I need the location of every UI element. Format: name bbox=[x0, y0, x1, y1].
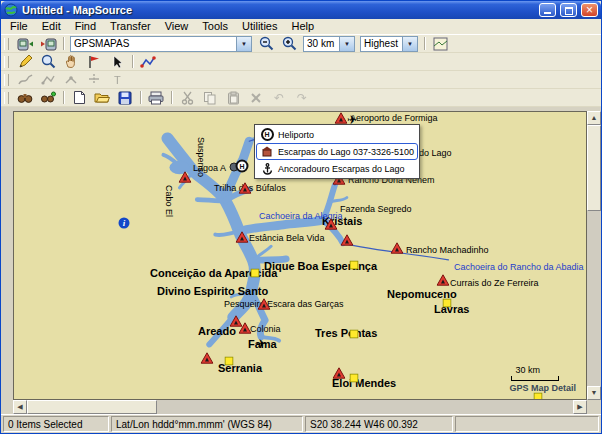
vertical-scrollbar[interactable]: ▲ ▼ bbox=[587, 111, 601, 400]
divide-tool-button[interactable] bbox=[83, 72, 105, 88]
zoom-in-button[interactable] bbox=[278, 36, 300, 52]
map-scale: 30 km GPS Map Detail bbox=[509, 365, 576, 393]
camp-marker[interactable] bbox=[258, 298, 271, 310]
menu-edit[interactable]: Edit bbox=[35, 19, 68, 34]
copy-button[interactable] bbox=[199, 90, 221, 106]
svg-text:T: T bbox=[114, 74, 121, 86]
yellow-marker[interactable] bbox=[251, 269, 260, 278]
separator bbox=[140, 91, 141, 104]
vertical-scroll-thumb[interactable] bbox=[587, 125, 601, 211]
text-tool-button[interactable]: T bbox=[106, 72, 128, 88]
vertical-scroll-track[interactable] bbox=[587, 211, 601, 386]
camp-marker[interactable] bbox=[391, 242, 404, 254]
building-icon bbox=[260, 146, 274, 157]
detail-level-value: Highest bbox=[361, 38, 402, 49]
horizontal-scroll-track[interactable] bbox=[157, 400, 573, 414]
route-tool-button[interactable] bbox=[137, 54, 159, 70]
open-button[interactable] bbox=[91, 90, 113, 106]
toolbar-edit: T bbox=[1, 71, 601, 89]
menu-view[interactable]: View bbox=[158, 19, 196, 34]
product-combobox[interactable]: GPSMAPAS ▼ bbox=[70, 36, 252, 52]
map-canvas[interactable]: Aeroporto de Formigaas do LagoLagoa ASus… bbox=[13, 111, 587, 400]
toolbar-device: GPSMAPAS ▼ 30 km ▼ Highest ▼ bbox=[1, 35, 601, 53]
tooltip-row[interactable]: Escarpas do Lago 037-3326-5100 bbox=[256, 143, 418, 160]
receive-from-device-button[interactable] bbox=[37, 36, 59, 52]
horizontal-scroll-thumb[interactable] bbox=[27, 400, 157, 414]
selection-tool-button[interactable] bbox=[106, 54, 128, 70]
detail-level-combobox[interactable]: Highest ▼ bbox=[360, 36, 418, 52]
zoom-tool-button[interactable] bbox=[37, 54, 59, 70]
new-document-button[interactable] bbox=[68, 90, 90, 106]
position-format-status: Lat/Lon hddd°mm.mmm' (WGS 84) bbox=[111, 416, 303, 432]
menu-utilities[interactable]: Utilities bbox=[235, 19, 284, 34]
menu-tools[interactable]: Tools bbox=[195, 19, 235, 34]
chevron-down-icon[interactable]: ▼ bbox=[339, 37, 354, 51]
delete-button[interactable] bbox=[245, 90, 267, 106]
send-to-device-button[interactable] bbox=[14, 36, 36, 52]
tooltip-row[interactable]: Ancoradouro Escarpas do Lago bbox=[256, 160, 418, 177]
yellow-marker[interactable] bbox=[443, 299, 452, 308]
camp-marker[interactable] bbox=[333, 367, 346, 379]
info-marker[interactable]: i bbox=[119, 218, 130, 229]
window-title: Untitled - MapSource bbox=[22, 4, 535, 16]
map-client-area: Aeroporto de Formigaas do LagoLagoa ASus… bbox=[1, 107, 601, 414]
camp-marker[interactable] bbox=[236, 231, 249, 243]
cut-button[interactable] bbox=[176, 90, 198, 106]
app-icon bbox=[4, 3, 18, 17]
track-tool-button[interactable] bbox=[14, 72, 36, 88]
menu-find[interactable]: Find bbox=[68, 19, 103, 34]
map-detail-toggle-button[interactable] bbox=[429, 36, 451, 52]
plane-marker[interactable]: ✈ bbox=[256, 338, 266, 350]
close-button[interactable] bbox=[581, 3, 598, 17]
title-bar[interactable]: Untitled - MapSource bbox=[1, 1, 601, 19]
heliport-marker[interactable]: H bbox=[236, 160, 249, 173]
undo-button[interactable]: ↶ bbox=[268, 90, 290, 106]
scroll-left-button[interactable]: ◀ bbox=[13, 400, 27, 414]
toolbar-grip bbox=[4, 38, 9, 50]
menu-transfer[interactable]: Transfer bbox=[103, 19, 158, 34]
find-button[interactable] bbox=[14, 90, 36, 106]
camp-marker[interactable] bbox=[341, 234, 354, 246]
camp-marker[interactable] bbox=[437, 274, 450, 286]
chevron-down-icon[interactable]: ▼ bbox=[236, 37, 251, 51]
join-tool-button[interactable] bbox=[60, 72, 82, 88]
zoom-out-button[interactable] bbox=[255, 36, 277, 52]
camp-marker[interactable] bbox=[335, 112, 348, 124]
chevron-down-icon[interactable]: ▼ bbox=[402, 37, 417, 51]
coordinates-status: S20 38.244 W46 00.392 bbox=[305, 416, 453, 432]
scroll-up-button[interactable]: ▲ bbox=[587, 111, 601, 125]
mapsource-window: Untitled - MapSource FileEditFindTransfe… bbox=[0, 0, 602, 434]
camp-marker[interactable] bbox=[201, 352, 214, 364]
camp-marker[interactable] bbox=[325, 218, 338, 230]
toolbar-tools bbox=[1, 53, 601, 71]
maximize-button[interactable] bbox=[560, 3, 577, 17]
paste-button[interactable] bbox=[222, 90, 244, 106]
yellow-marker[interactable] bbox=[225, 357, 234, 366]
print-button[interactable] bbox=[145, 90, 167, 106]
yellow-marker[interactable] bbox=[350, 330, 359, 339]
yellow-marker[interactable] bbox=[350, 374, 359, 383]
menu-help[interactable]: Help bbox=[284, 19, 321, 34]
save-button[interactable] bbox=[114, 90, 136, 106]
find-nearest-button[interactable] bbox=[37, 90, 59, 106]
pan-tool-button[interactable] bbox=[60, 54, 82, 70]
yellow-marker[interactable] bbox=[534, 393, 543, 401]
menu-file[interactable]: File bbox=[3, 19, 35, 34]
horizontal-scrollbar[interactable]: ◀ ▶ bbox=[13, 400, 587, 414]
camp-marker[interactable] bbox=[239, 182, 252, 194]
zoom-scale-combobox[interactable]: 30 km ▼ bbox=[303, 36, 355, 52]
yellow-marker[interactable] bbox=[350, 261, 359, 270]
camp-marker[interactable] bbox=[179, 171, 192, 183]
camp-marker[interactable] bbox=[230, 315, 243, 327]
tooltip-text: Escarpas do Lago 037-3326-5100 bbox=[278, 147, 414, 157]
edit-tool-button[interactable] bbox=[14, 54, 36, 70]
gps-map-detail-label: GPS Map Detail bbox=[509, 383, 576, 393]
waypoint-tool-button[interactable] bbox=[83, 54, 105, 70]
redo-button[interactable]: ↷ bbox=[291, 90, 313, 106]
tooltip-row[interactable]: HHeliporto bbox=[256, 126, 418, 143]
scrollbar-corner bbox=[587, 400, 601, 414]
minimize-button[interactable] bbox=[539, 3, 556, 17]
scroll-right-button[interactable]: ▶ bbox=[573, 400, 587, 414]
route-edit-button[interactable] bbox=[37, 72, 59, 88]
scroll-down-button[interactable]: ▼ bbox=[587, 386, 601, 400]
